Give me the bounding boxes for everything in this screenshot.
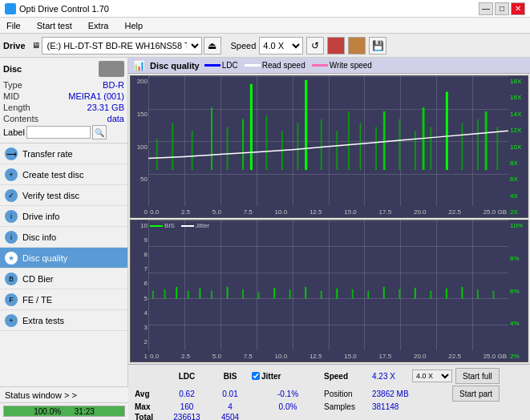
- avg-ldc: 0.62: [165, 389, 208, 399]
- svg-rect-10: [305, 80, 307, 170]
- left-panel: Disc Type BD-R MID MEIRA1 (001) Length 2…: [0, 58, 128, 420]
- svg-rect-29: [188, 291, 189, 299]
- menu-file[interactable]: File: [3, 19, 24, 32]
- status-bar: Status window > > 100.0% 31:23: [0, 386, 128, 420]
- nav-disc-info[interactable]: i Disc info: [0, 227, 127, 248]
- samples-label: Samples: [324, 402, 372, 411]
- svg-rect-30: [199, 289, 200, 299]
- maximize-button[interactable]: □: [495, 2, 509, 15]
- svg-rect-34: [258, 293, 260, 299]
- bottom-chart-svg: [148, 220, 508, 299]
- svg-rect-13: [348, 111, 350, 170]
- drive-label: Drive: [3, 41, 26, 50]
- nav-verify-test-disc[interactable]: ✓ Verify test disc: [0, 185, 127, 206]
- drive-select[interactable]: (E:) HL-DT-ST BD-RE WH16NS58 TST4: [42, 37, 202, 55]
- disc-title: Disc: [3, 64, 22, 74]
- svg-rect-22: [461, 123, 463, 171]
- nav-verify-test-disc-label: Verify test disc: [22, 191, 79, 200]
- svg-rect-36: [289, 289, 291, 299]
- label-row: Label 🔍: [3, 125, 124, 139]
- menu-extra[interactable]: Extra: [85, 19, 112, 32]
- svg-rect-32: [227, 287, 229, 299]
- start-part-button[interactable]: Start part: [452, 386, 500, 402]
- nav-extra-tests-label: Extra tests: [22, 316, 64, 325]
- svg-rect-46: [446, 289, 447, 299]
- bottom-chart: 109876 54321 BIS Jitter: [130, 220, 528, 362]
- svg-rect-21: [446, 92, 448, 171]
- svg-rect-47: [461, 287, 463, 299]
- start-full-button[interactable]: Start full: [455, 368, 500, 384]
- jitter-header: Jitter: [261, 372, 281, 381]
- mid-field: MID MEIRA1 (001): [3, 91, 124, 101]
- disc-header: Disc: [3, 61, 124, 77]
- menu-start-test[interactable]: Start test: [34, 19, 75, 32]
- total-ldc: 236613: [165, 412, 208, 420]
- stats-header-row: LDC BIS Jitter Speed 4.23 X 4.0 X Start …: [131, 366, 527, 386]
- nav-drive-info[interactable]: i Drive info: [0, 206, 127, 227]
- title-bar-left: Opti Drive Control 1.70: [5, 3, 109, 14]
- fe-te-icon: F: [5, 293, 18, 306]
- svg-rect-33: [242, 289, 244, 299]
- type-field: Type BD-R: [3, 80, 124, 90]
- top-chart-svg: [148, 76, 508, 170]
- nav-extra-tests[interactable]: + Extra tests: [0, 310, 127, 331]
- nav-list: ⟶ Transfer rate + Create test disc ✓ Ver…: [0, 143, 127, 331]
- total-bis: 4504: [208, 412, 252, 420]
- extra-tests-icon: +: [5, 314, 18, 327]
- progress-bar: 100.0% 31:23: [3, 406, 125, 417]
- disc-info-icon: i: [5, 231, 18, 244]
- menu-help[interactable]: Help: [121, 19, 146, 32]
- avg-label: Avg: [135, 390, 165, 398]
- svg-rect-24: [485, 111, 488, 170]
- nav-create-test-disc[interactable]: + Create test disc: [0, 164, 127, 185]
- eject-button[interactable]: ⏏: [204, 37, 221, 55]
- svg-rect-25: [496, 127, 498, 170]
- save-button[interactable]: 💾: [369, 37, 386, 55]
- minimize-button[interactable]: —: [479, 2, 493, 15]
- speed-dropdown[interactable]: 4.0 X: [412, 370, 452, 382]
- stats-total-row: Total 236613 4504: [131, 412, 527, 420]
- nav-cd-bier[interactable]: B CD Bier: [0, 269, 127, 289]
- label-search-button[interactable]: 🔍: [92, 125, 107, 139]
- svg-rect-42: [383, 287, 385, 299]
- disc-quality-icon: ★: [5, 252, 18, 265]
- status-window-button[interactable]: Status window > >: [0, 387, 128, 403]
- nav-fe-te-label: FE / TE: [22, 295, 52, 305]
- disc-section: Disc Type BD-R MID MEIRA1 (001) Length 2…: [0, 58, 127, 143]
- nav-disc-quality[interactable]: ★ Disc quality: [0, 248, 127, 269]
- drive-info-icon: i: [5, 210, 18, 223]
- svg-rect-3: [211, 107, 212, 170]
- svg-rect-26: [152, 291, 154, 299]
- label-input[interactable]: [26, 126, 91, 139]
- contents-value: data: [107, 114, 124, 123]
- settings-button2[interactable]: [348, 37, 366, 55]
- max-jitter: 0.0%: [252, 402, 324, 412]
- nav-transfer-rate[interactable]: ⟶ Transfer rate: [0, 143, 127, 164]
- speed-value: 4.23 X: [372, 372, 412, 381]
- svg-rect-27: [164, 289, 166, 299]
- create-test-disc-icon: +: [5, 168, 18, 181]
- toolbar: Drive 🖥 (E:) HL-DT-ST BD-RE WH16NS58 TST…: [0, 34, 530, 58]
- length-label: Length: [3, 103, 30, 112]
- mid-value: MEIRA1 (001): [68, 91, 124, 101]
- type-label: Type: [3, 80, 22, 90]
- svg-rect-35: [273, 288, 275, 299]
- svg-rect-9: [297, 123, 298, 171]
- jitter-checkbox[interactable]: [252, 372, 260, 380]
- contents-field: Contents data: [3, 114, 124, 123]
- settings-button1[interactable]: [327, 37, 345, 55]
- refresh-button[interactable]: ↺: [306, 37, 324, 55]
- jitter-checkbox-container: Jitter: [252, 372, 324, 381]
- bottom-chart-y-right: 10%8%6%4%2%: [508, 220, 528, 361]
- type-value: BD-R: [103, 80, 124, 90]
- chart-icon: 📊: [133, 60, 145, 71]
- stats-bis-header: BIS: [208, 372, 252, 381]
- nav-fe-te[interactable]: F FE / TE: [0, 289, 127, 310]
- close-button[interactable]: ✕: [511, 2, 525, 15]
- avg-bis: 0.01: [208, 389, 252, 399]
- speed-select[interactable]: 4.0 X: [259, 37, 303, 55]
- disc-icon: [99, 61, 124, 77]
- top-x-axis: 0.02.55.07.510.0 12.515.017.520.022.525.…: [148, 206, 508, 217]
- title-controls[interactable]: — □ ✕: [479, 2, 525, 15]
- legend-ldc: LDC: [204, 61, 238, 70]
